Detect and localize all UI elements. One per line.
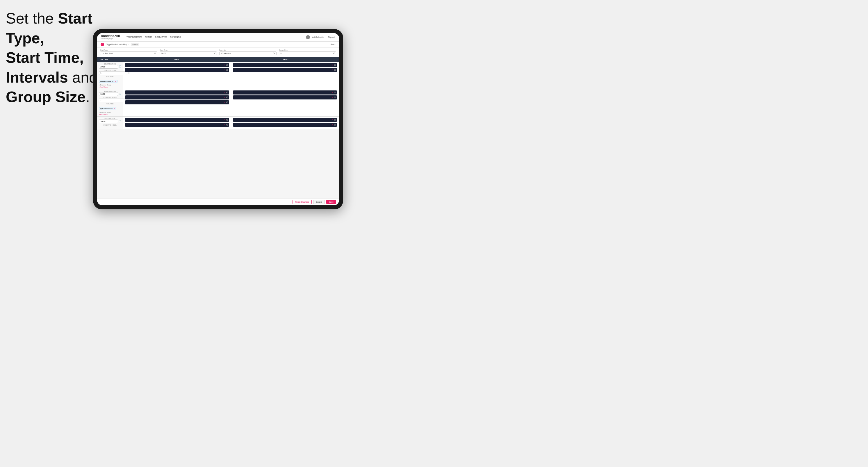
- brand-logo: SCOREBOARD Powered by clippd: [101, 35, 120, 39]
- player-circle: [226, 119, 228, 121]
- instruction-bold-1: Start Type,: [6, 10, 92, 46]
- table-header: Tee Time Team 1 Team 2: [97, 57, 339, 62]
- group-size-select[interactable]: 3: [279, 52, 336, 55]
- nav-links: TOURNAMENTS TEAMS COMMITTEE RANKINGS: [126, 35, 181, 39]
- intervals-select[interactable]: 10 Minutes: [219, 52, 277, 55]
- nav-right: blair@clippd.io | Sign out: [306, 35, 335, 39]
- player-remove[interactable]: ×: [224, 124, 225, 126]
- player-row: ×: [233, 68, 337, 72]
- navbar: SCOREBOARD Powered by clippd TOURNAMENTS…: [97, 33, 339, 41]
- group-size-group: Group Size 3: [279, 49, 336, 55]
- tablet-screen: SCOREBOARD Powered by clippd TOURNAMENTS…: [97, 33, 339, 205]
- nav-rankings[interactable]: RANKINGS: [170, 35, 181, 39]
- player-remove[interactable]: ×: [332, 64, 333, 66]
- starting-time-input-1[interactable]: [99, 65, 118, 69]
- th-team1: Team 1: [123, 57, 231, 62]
- team1-cell-2: × × ×: [123, 89, 231, 116]
- player-row: ×: [125, 63, 229, 67]
- course-remove-1[interactable]: ×: [115, 80, 116, 82]
- table-row: STARTING TIME: 🕙 STARTING HOLE: × ×: [97, 117, 339, 129]
- remove-group-btn-1[interactable]: ○ Remove Group: [99, 84, 121, 86]
- player-remove[interactable]: ×: [332, 91, 333, 93]
- player-row: ×: [233, 95, 337, 99]
- course-name-2: ⊞ East Lake GC: [100, 107, 113, 110]
- sign-out-link[interactable]: Sign out: [328, 36, 335, 38]
- player-circle: [334, 64, 336, 66]
- tee-time-col-1: STARTING TIME: 🕙 STARTING HOLE: ▲ ▼ COUR…: [97, 62, 123, 89]
- add-group-btn-1[interactable]: + Add Group: [99, 86, 121, 88]
- remove-group-btn-2[interactable]: ○ Remove Group: [99, 112, 121, 113]
- group-size-label: Group Size: [279, 49, 336, 51]
- player-circle: [226, 101, 228, 103]
- nav-tournaments[interactable]: TOURNAMENTS: [126, 35, 142, 39]
- breadcrumb-separator: ›: [128, 43, 129, 45]
- save-button[interactable]: Save: [326, 200, 336, 204]
- cancel-button[interactable]: Cancel: [313, 200, 325, 204]
- start-type-select[interactable]: 1st Tee Start: [100, 52, 157, 55]
- player-remove[interactable]: ×: [224, 69, 225, 71]
- course-remove-2[interactable]: ×: [114, 107, 115, 110]
- player-remove[interactable]: ×: [224, 96, 225, 98]
- player-remove[interactable]: ×: [224, 119, 225, 121]
- player-remove[interactable]: ×: [224, 64, 225, 66]
- add-group-btn-2[interactable]: + Add Group: [99, 114, 121, 115]
- player-row: ×: [125, 123, 229, 127]
- player-circle: [334, 97, 336, 98]
- player-remove[interactable]: ×: [332, 119, 333, 121]
- player-row: ×: [233, 63, 337, 67]
- start-time-select[interactable]: 10:00: [160, 52, 217, 55]
- starting-time-input-2[interactable]: [99, 92, 118, 96]
- time-icon-2: 🕙: [119, 93, 121, 95]
- player-row: ×: [233, 90, 337, 94]
- th-team2: Team 2: [231, 57, 339, 62]
- team1-cell-1: × ×: [123, 62, 231, 89]
- player-row: ×: [125, 118, 229, 122]
- start-time-group: Start Time 10:00: [160, 49, 217, 55]
- start-type-label: Start Type: [100, 49, 157, 51]
- player-circle: [334, 119, 336, 121]
- player-remove[interactable]: ×: [332, 96, 333, 98]
- start-type-group: Start Type 1st Tee Start: [100, 49, 157, 55]
- intervals-group: Intervals 10 Minutes: [219, 49, 277, 55]
- user-avatar: [306, 35, 310, 39]
- player-remove[interactable]: ×: [224, 101, 225, 103]
- tee-time-col-2: STARTING TIME: 🕙 STARTING HOLE: ▲ ▼ COUR…: [97, 89, 123, 116]
- course-tag-1: (A) Peachtree GC ×: [99, 80, 118, 83]
- player-circle: [334, 92, 336, 93]
- breadcrumb-section: Hosting: [131, 43, 139, 45]
- player-remove[interactable]: ×: [332, 69, 333, 71]
- instruction-bold-2: Start Time,: [6, 49, 84, 66]
- time-icon-3: 🕙: [119, 120, 121, 122]
- tee-table-area: Tee Time Team 1 Team 2 STARTING TIME: 🕙 …: [97, 57, 339, 198]
- team1-cell-3: × ×: [123, 117, 231, 129]
- breadcrumb-tournament[interactable]: Clippd Invitational (Me): [106, 43, 127, 45]
- settings-row: Start Type 1st Tee Start Start Time 10:0…: [97, 48, 339, 57]
- user-email: blair@clippd.io: [312, 36, 324, 38]
- player-row: ×: [125, 68, 229, 72]
- player-row: ×: [125, 95, 229, 99]
- start-time-label: Start Time: [160, 49, 217, 51]
- course-label-2: COURSE:: [99, 103, 121, 105]
- breadcrumb-bar: C Clippd Invitational (Me) › Hosting ‹ B…: [97, 41, 339, 48]
- course-name-1: (A) Peachtree GC: [100, 81, 114, 82]
- time-icon-1: 🕙: [119, 65, 121, 68]
- player-circle: [226, 64, 228, 66]
- footer-bar: Reset Changes Cancel Save: [97, 198, 339, 205]
- table-row: STARTING TIME: 🕙 STARTING HOLE: ▲ ▼ COUR…: [97, 62, 339, 89]
- starting-time-input-3[interactable]: [99, 120, 118, 123]
- reset-changes-button[interactable]: Reset Changes: [292, 200, 312, 204]
- player-remove[interactable]: ×: [332, 124, 333, 126]
- back-button[interactable]: ‹ Back: [330, 43, 336, 45]
- course-actions-1: ○ Remove Group + Add Group: [99, 84, 121, 88]
- breadcrumb-logo: C: [101, 43, 104, 46]
- nav-teams[interactable]: TEAMS: [145, 35, 152, 39]
- instruction-bold-3: Intervals: [6, 69, 68, 86]
- player-row: ×: [233, 118, 337, 122]
- player-row: ×: [125, 90, 229, 94]
- player-remove[interactable]: ×: [224, 91, 225, 93]
- team2-cell-1: × ×: [231, 62, 339, 89]
- nav-committee[interactable]: COMMITTEE: [155, 35, 167, 39]
- th-tee-time: Tee Time: [97, 57, 123, 62]
- team2-cell-2: × ×: [231, 89, 339, 116]
- intervals-label: Intervals: [219, 49, 277, 51]
